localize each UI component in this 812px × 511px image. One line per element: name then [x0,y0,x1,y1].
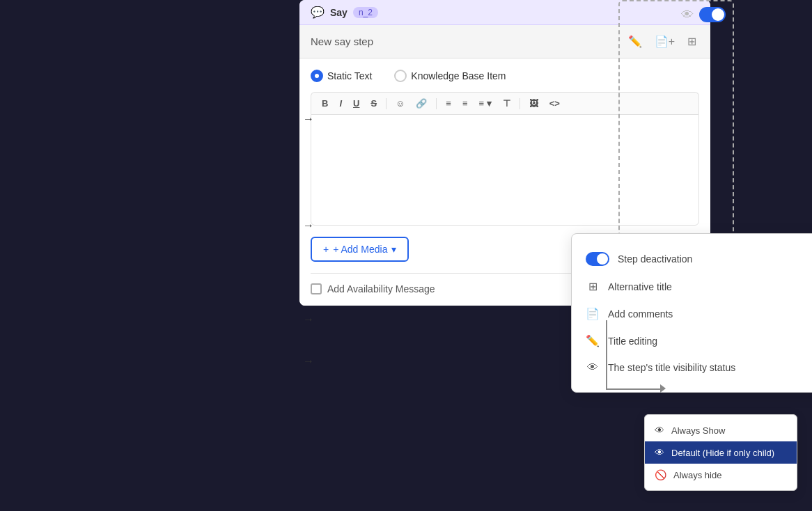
radio-label-kb: Knowledge Base Item [411,70,506,81]
visibility-icon: 👁 [681,8,694,22]
arrow-4: → [303,355,314,368]
step-title: New say step [311,36,373,47]
toolbar-divider-3 [520,98,520,109]
visibility-menu-icon: 👁 [586,361,600,374]
code-button[interactable]: <> [546,97,563,110]
menu-item-deactivation[interactable]: Step deactivation [572,245,812,273]
indent-button[interactable]: ⊤ [499,97,514,110]
add-comments-label: Add comments [608,308,673,320]
alt-title-icon: ⊞ [586,280,600,293]
menu-item-add-comments[interactable]: 📄 Add comments [572,300,812,327]
step-badge: n_2 [353,7,378,18]
menu-item-visibility[interactable]: 👁 The step's title visibility status [572,354,812,381]
bold-button[interactable]: B [318,97,331,110]
connector-line-vertical [606,320,607,390]
image-button[interactable]: 🖼 [526,97,542,110]
arrow-1: → [303,113,314,125]
underline-button[interactable]: U [350,97,363,110]
availability-label: Add Availability Message [327,283,435,294]
availability-checkbox[interactable] [311,283,322,294]
sub-item-always-hide[interactable]: 🚫 Always hide [645,464,797,486]
sub-item-default-hide[interactable]: 👁 Default (Hide if only child) [645,441,797,464]
radio-circle-kb [394,70,407,82]
toolbar-divider-2 [436,98,437,109]
always-hide-icon: 🚫 [655,469,666,480]
title-edit-label: Title editing [608,336,657,347]
connector-line-horizontal [606,388,662,390]
title-edit-icon: ✏️ [586,334,600,347]
top-right-icons: 👁 [681,7,726,22]
align-button[interactable]: ≡ ▾ [476,97,495,110]
ol-button[interactable]: ≡ [459,97,471,110]
default-hide-icon: 👁 [655,447,664,458]
step-header-left: 💬 Say n_2 [311,6,378,19]
strikethrough-button[interactable]: S [367,97,380,110]
step-label: Say [330,7,348,18]
arrow-3: → [303,313,314,326]
radio-circle-static [311,70,323,82]
emoji-button[interactable]: ☺ [392,97,408,110]
deactivation-label: Step deactivation [618,253,692,265]
add-comments-icon: 📄 [586,307,600,320]
alt-title-label: Alternative title [608,281,672,292]
add-media-label: + Add Media [333,244,387,255]
right-panel-area: 👁 [618,0,734,237]
visibility-menu-label: The step's title visibility status [608,362,735,373]
main-toggle[interactable] [699,7,726,22]
connector-arrow [660,384,666,393]
toolbar-divider-1 [386,98,387,109]
toggle-small-thumb [597,253,608,265]
arrow-2: → [303,219,314,232]
ul-button[interactable]: ≡ [442,97,455,110]
toggle-thumb [712,8,724,21]
sub-dropdown-visibility: 👁 Always Show 👁 Default (Hide if only ch… [644,414,797,491]
radio-knowledge-base[interactable]: Knowledge Base Item [394,70,506,82]
add-media-chevron: ▾ [391,244,396,255]
default-hide-label: Default (Hide if only child) [671,448,774,458]
say-icon: 💬 [311,6,325,19]
add-media-icon: + [323,244,329,255]
radio-static-text[interactable]: Static Text [311,70,372,82]
menu-item-title-editing[interactable]: ✏️ Title editing [572,327,812,354]
italic-button[interactable]: I [336,97,345,110]
radio-label-static: Static Text [327,70,372,81]
sub-item-always-show[interactable]: 👁 Always Show [645,419,797,441]
always-show-icon: 👁 [655,425,664,436]
add-media-button[interactable]: + + Add Media ▾ [311,237,409,262]
link-button[interactable]: 🔗 [412,97,430,110]
menu-item-alt-title[interactable]: ⊞ Alternative title [572,273,812,300]
deactivation-toggle[interactable] [586,252,609,266]
always-hide-label: Always hide [673,470,721,480]
always-show-label: Always Show [671,425,725,436]
